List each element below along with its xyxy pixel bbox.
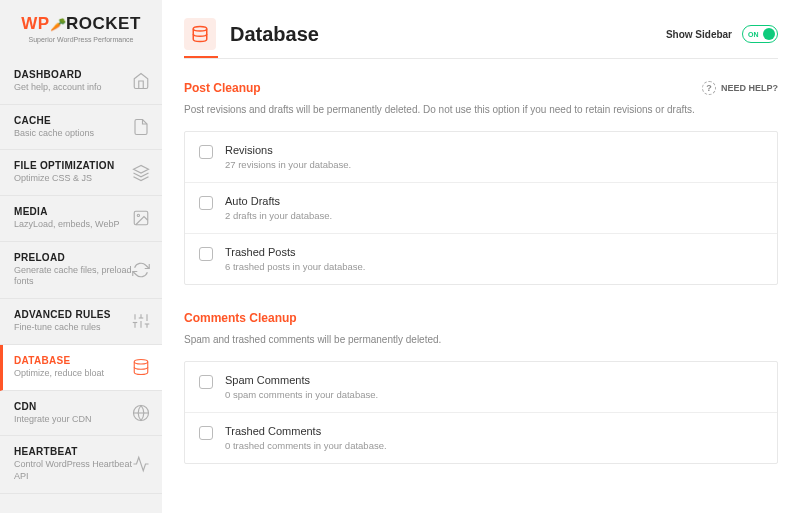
- nav-title: DASHBOARD: [14, 69, 132, 80]
- sidebar: WP🥕ROCKET Superior WordPress Performance…: [0, 0, 162, 513]
- option-item: Trashed Posts6 trashed posts in your dat…: [185, 234, 777, 284]
- nav-desc: Fine-tune cache rules: [14, 322, 132, 334]
- section-title: Comments Cleanup: [184, 311, 297, 325]
- database-icon: [132, 358, 150, 376]
- nav-desc: Basic cache options: [14, 128, 132, 140]
- tab-underline: [184, 56, 778, 59]
- image-icon: [132, 209, 150, 227]
- sidebar-item-cache[interactable]: CACHEBasic cache options: [0, 105, 162, 151]
- nav-title: DATABASE: [14, 355, 132, 366]
- layers-icon: [132, 164, 150, 182]
- svg-point-12: [134, 360, 148, 365]
- show-sidebar-toggle[interactable]: ON: [742, 25, 778, 43]
- sidebar-item-advanced-rules[interactable]: ADVANCED RULESFine-tune cache rules: [0, 299, 162, 345]
- option-item: Revisions27 revisions in your database.: [185, 132, 777, 183]
- nav-desc: LazyLoad, embeds, WebP: [14, 219, 132, 231]
- option-sub: 0 trashed comments in your database.: [225, 440, 763, 451]
- nav-desc: Optimize CSS & JS: [14, 173, 132, 185]
- checkbox[interactable]: [199, 375, 213, 389]
- help-icon: ?: [702, 81, 716, 95]
- option-sub: 0 spam comments in your database.: [225, 389, 763, 400]
- nav-desc: Optimize, reduce bloat: [14, 368, 132, 380]
- checkbox[interactable]: [199, 426, 213, 440]
- option-box: Revisions27 revisions in your database.A…: [184, 131, 778, 285]
- sidebar-item-file-optimization[interactable]: FILE OPTIMIZATIONOptimize CSS & JS: [0, 150, 162, 196]
- option-title: Revisions: [225, 144, 763, 156]
- nav-desc: Control WordPress Heartbeat API: [14, 459, 132, 482]
- sidebar-item-heartbeat[interactable]: HEARTBEATControl WordPress Heartbeat API: [0, 436, 162, 493]
- svg-point-2: [137, 215, 139, 217]
- checkbox[interactable]: [199, 145, 213, 159]
- option-item: Spam Comments0 spam comments in your dat…: [185, 362, 777, 413]
- option-title: Auto Drafts: [225, 195, 763, 207]
- checkbox[interactable]: [199, 247, 213, 261]
- svg-point-15: [193, 27, 207, 32]
- sidebar-item-media[interactable]: MEDIALazyLoad, embeds, WebP: [0, 196, 162, 242]
- sidebar-item-cdn[interactable]: CDNIntegrate your CDN: [0, 391, 162, 437]
- nav-desc: Integrate your CDN: [14, 414, 132, 426]
- sliders-icon: [132, 312, 150, 330]
- sidebar-item-database[interactable]: DATABASEOptimize, reduce bloat: [0, 345, 162, 391]
- option-box: Spam Comments0 spam comments in your dat…: [184, 361, 778, 464]
- nav-title: FILE OPTIMIZATION: [14, 160, 132, 171]
- option-title: Trashed Posts: [225, 246, 763, 258]
- option-item: Trashed Comments0 trashed comments in yo…: [185, 413, 777, 463]
- nav-title: HEARTBEAT: [14, 446, 132, 457]
- refresh-icon: [132, 261, 150, 279]
- option-item: Auto Drafts2 drafts in your database.: [185, 183, 777, 234]
- page-title: Database: [230, 23, 319, 46]
- nav-desc: Generate cache files, preload fonts: [14, 265, 132, 288]
- nav-desc: Get help, account info: [14, 82, 132, 94]
- option-sub: 27 revisions in your database.: [225, 159, 763, 170]
- nav-title: ADVANCED RULES: [14, 309, 132, 320]
- main-content: Database Show Sidebar ON Post Cleanup?NE…: [162, 0, 800, 513]
- sidebar-nav: DASHBOARDGet help, account infoCACHEBasi…: [0, 59, 162, 513]
- section-desc: Post revisions and drafts will be perman…: [184, 103, 778, 117]
- option-title: Trashed Comments: [225, 425, 763, 437]
- option-title: Spam Comments: [225, 374, 763, 386]
- nav-title: PRELOAD: [14, 252, 132, 263]
- home-icon: [132, 72, 150, 90]
- option-sub: 6 trashed posts in your database.: [225, 261, 763, 272]
- svg-marker-0: [134, 165, 149, 173]
- section-title: Post Cleanup: [184, 81, 261, 95]
- database-icon: [184, 18, 216, 50]
- file-icon: [132, 118, 150, 136]
- checkbox[interactable]: [199, 196, 213, 210]
- heartbeat-icon: [132, 455, 150, 473]
- globe-icon: [132, 404, 150, 422]
- section-desc: Spam and trashed comments will be perman…: [184, 333, 778, 347]
- page-header: Database Show Sidebar ON: [184, 18, 778, 50]
- nav-title: CACHE: [14, 115, 132, 126]
- nav-title: MEDIA: [14, 206, 132, 217]
- sidebar-item-preload[interactable]: PRELOADGenerate cache files, preload fon…: [0, 242, 162, 299]
- option-sub: 2 drafts in your database.: [225, 210, 763, 221]
- nav-title: CDN: [14, 401, 132, 412]
- sidebar-item-dashboard[interactable]: DASHBOARDGet help, account info: [0, 59, 162, 105]
- brand-logo: WP🥕ROCKET Superior WordPress Performance: [0, 0, 162, 59]
- need-help-link[interactable]: ?NEED HELP?: [702, 81, 778, 95]
- show-sidebar-label: Show Sidebar: [666, 29, 732, 40]
